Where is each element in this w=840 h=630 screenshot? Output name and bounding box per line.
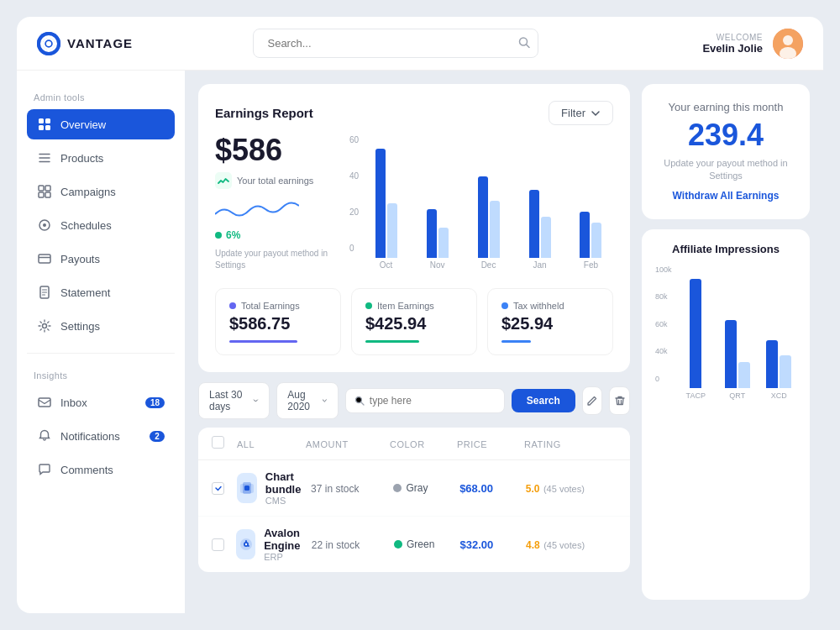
sidebar-item-campaigns[interactable]: Campaigns	[27, 176, 175, 207]
comments-icon	[37, 462, 52, 477]
y-label-40: 40	[349, 171, 359, 181]
sidebar-item-products[interactable]: Products	[27, 143, 175, 173]
item-earnings-value: $425.94	[365, 314, 463, 333]
tax-stat-label: Tax withheld	[513, 301, 564, 311]
sidebar-item-overview[interactable]: Overview	[27, 109, 175, 139]
impressions-title: Affiliate Impressions	[655, 243, 796, 255]
bar-nov-secondary	[438, 228, 449, 258]
col-color: Color	[390, 439, 425, 449]
sidebar-item-comments[interactable]: Comments	[27, 454, 175, 485]
center-column: Earnings Report Filter $586	[198, 84, 630, 600]
search-input[interactable]	[253, 29, 538, 58]
item-earnings-bar	[365, 340, 419, 343]
row2-checkbox[interactable]	[212, 538, 224, 551]
imp-y-0: 0	[655, 375, 672, 383]
product1-sub: CMS	[265, 496, 311, 506]
search-button[interactable]: Search	[512, 389, 575, 412]
month-earnings-card: Your earning this month 239.4 Update you…	[642, 84, 810, 219]
imp-bar-tacp	[690, 279, 701, 388]
header: VANTAGE WELCOME Evelin Jolie	[17, 17, 823, 71]
bar-jan-primary	[529, 190, 539, 258]
user-name: Evelin Jolie	[702, 42, 763, 55]
tax-bar	[501, 340, 531, 343]
stats-row: Total Earnings $586.75 Item Earnings $42…	[215, 288, 613, 355]
comments-label: Comments	[60, 464, 113, 476]
imp-bar-qrt-secondary	[738, 362, 750, 388]
bar-feb-primary	[580, 212, 590, 258]
statement-label: Statement	[60, 286, 110, 299]
filter-label: Filter	[561, 107, 585, 119]
row1-checkbox[interactable]	[212, 482, 224, 495]
svg-point-6	[783, 35, 793, 45]
update-text: Update your payout method in Settings	[215, 248, 349, 271]
delete-button[interactable]	[609, 386, 630, 415]
stat-tax: Tax withheld $25.94	[487, 288, 613, 355]
right-panel: Your earning this month 239.4 Update you…	[642, 84, 810, 600]
sidebar-item-payouts[interactable]: Payouts	[27, 244, 175, 274]
settings-label: Settings	[60, 320, 100, 333]
month-select[interactable]: Aug 2020	[276, 382, 339, 419]
payouts-icon	[37, 251, 52, 266]
imp-bar-xcd-secondary	[780, 355, 791, 388]
inbox-label: Inbox	[60, 396, 87, 409]
earnings-report-card: Earnings Report Filter $586	[198, 84, 630, 372]
sidebar-item-inbox[interactable]: Inbox 18	[27, 387, 175, 417]
sidebar-item-statement[interactable]: Statement	[27, 277, 175, 307]
overview-label: Overview	[60, 118, 106, 131]
table-row: Avalon Engine ERP 22 in stock Green	[198, 517, 630, 572]
bar-nov-primary	[427, 209, 437, 259]
month-amount: 239.4	[659, 120, 793, 150]
search-button[interactable]	[518, 36, 530, 50]
bar-jan-secondary	[541, 217, 551, 258]
bar-jan-label: Jan	[533, 260, 546, 270]
select-all-checkbox[interactable]	[212, 436, 224, 449]
insights-section-label: Insights	[27, 365, 175, 384]
notifications-badge: 2	[150, 431, 165, 442]
svg-rect-11	[45, 125, 50, 130]
product2-votes: (45 votes)	[543, 540, 585, 550]
month-label: Aug 2020	[287, 389, 317, 412]
svg-rect-18	[39, 255, 50, 263]
sidebar-item-schedules[interactable]: Schedules	[27, 210, 175, 240]
product1-votes: (45 votes)	[543, 484, 585, 494]
bar-dec-secondary	[490, 201, 500, 258]
settings-icon	[37, 318, 52, 333]
main-body: Admin tools Overview	[17, 71, 823, 613]
sidebar-item-settings[interactable]: Settings	[27, 311, 175, 341]
table-row: Chart bundle CMS 37 in stock Gray	[198, 460, 630, 517]
withdraw-button[interactable]: Withdraw All Earnings	[673, 190, 780, 202]
admin-section-label: Admin tools	[27, 87, 175, 106]
imp-bar-xcd-primary	[766, 340, 778, 388]
table-search	[345, 388, 505, 413]
statement-icon	[37, 285, 52, 300]
total-earnings-label: Your total earnings	[237, 176, 313, 186]
month-note: Update your payout method in Settings	[659, 157, 793, 183]
table-head: ALL Amount Color Price	[198, 428, 630, 460]
chart-area: 60 40 20 0	[349, 135, 613, 271]
imp-label-qrt: QRT	[729, 391, 745, 400]
month-title: Your earning this month	[659, 101, 793, 113]
logo: VANTAGE	[37, 32, 171, 55]
svg-rect-31	[244, 486, 249, 491]
svg-point-27	[355, 397, 361, 403]
bar-oct-label: Oct	[380, 260, 393, 270]
product2-color: Green	[407, 538, 434, 550]
table-search-input[interactable]	[370, 395, 496, 407]
svg-rect-10	[39, 125, 44, 130]
notifications-icon	[37, 428, 52, 444]
product1-thumb	[237, 473, 257, 503]
date-range-select[interactable]: Last 30 days	[198, 382, 270, 419]
table-search-icon	[354, 396, 365, 406]
edit-button[interactable]	[582, 386, 603, 415]
impressions-card: Affiliate Impressions 100k 80k 60k 40k 0	[642, 229, 810, 600]
col-rating: Rating	[524, 439, 561, 449]
bar-nov-label: Nov	[430, 260, 445, 270]
col-amount: Amount	[306, 439, 349, 449]
svg-rect-14	[39, 192, 44, 197]
item-dot	[365, 302, 372, 309]
filter-button[interactable]: Filter	[549, 101, 613, 125]
avatar[interactable]	[773, 29, 803, 59]
sidebar-item-notifications[interactable]: Notifications 2	[27, 421, 175, 451]
user-area: WELCOME Evelin Jolie	[702, 29, 803, 59]
earnings-left: $586 Your total earnings	[215, 135, 349, 271]
